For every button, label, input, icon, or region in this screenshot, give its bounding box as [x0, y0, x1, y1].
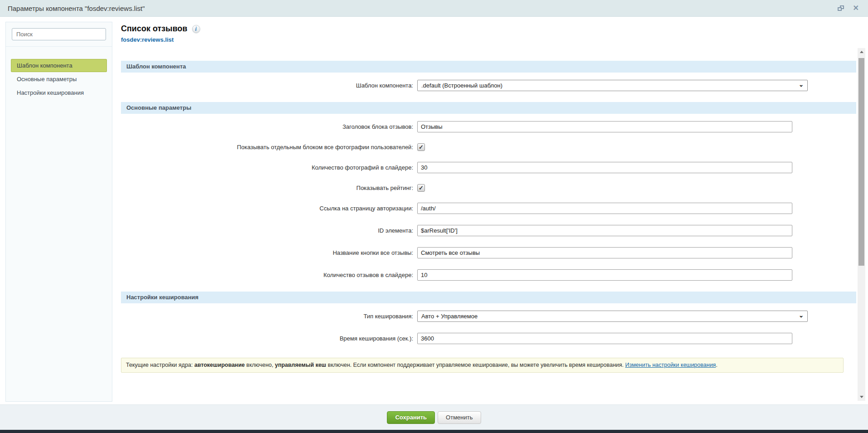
scroll-down-button[interactable]	[858, 393, 865, 401]
field-row-block-title: Заголовок блока отзывов:	[121, 121, 856, 132]
search-input[interactable]	[12, 28, 106, 40]
field-row-photos-count: Количество фотографий в слайдере:	[121, 162, 856, 173]
template-label: Шаблон компонента:	[121, 82, 413, 89]
close-icon[interactable]: ✕	[853, 5, 859, 12]
sidebar-menu: Шаблон компонента Основные параметры Нас…	[6, 59, 112, 99]
dialog-titlebar: Параметры компонента "fosdev:reviews.lis…	[0, 0, 868, 17]
field-row-reviews-count: Количество отзывов в слайдере:	[121, 269, 856, 281]
field-row-cache-time: Время кеширования (сек.):	[121, 333, 856, 344]
field-row-all-reviews-button: Название кнопки все отзывы:	[121, 247, 856, 258]
save-button[interactable]: Сохранить	[387, 411, 435, 424]
photos-count-label: Количество фотографий в слайдере:	[121, 164, 413, 171]
block-title-label: Заголовок блока отзывов:	[121, 123, 413, 130]
cache-notice: Текущие настройки ядра: автокеширование …	[121, 358, 844, 373]
triangle-down-icon	[860, 396, 863, 398]
section-template-header: Шаблон компонента	[121, 61, 856, 73]
sidebar-divider	[6, 46, 112, 47]
template-select[interactable]: .default (Встроенный шаблон) ⌄	[417, 80, 808, 91]
field-row-element-id: ID элемента:	[121, 225, 856, 236]
auth-link-input[interactable]	[417, 203, 792, 214]
cancel-button[interactable]: Отменить	[438, 411, 481, 424]
settings-sidebar: Шаблон компонента Основные параметры Нас…	[5, 22, 112, 402]
sidebar-item-template[interactable]: Шаблон компонента	[11, 59, 107, 72]
checkmark-icon: ✓	[419, 144, 424, 150]
field-row-auth-link: Ссылка на страницу авторизации:	[121, 203, 856, 214]
component-parameters-dialog: Параметры компонента "fosdev:reviews.lis…	[0, 0, 868, 433]
show-rating-label: Показывать рейтинг:	[121, 185, 413, 191]
section-main-params-header: Основные параметры	[121, 102, 856, 114]
cache-time-label: Время кеширования (сек.):	[121, 335, 413, 342]
auth-link-label: Ссылка на страницу авторизации:	[121, 205, 413, 212]
chevron-down-icon: ⌄	[799, 312, 804, 318]
cache-time-input[interactable]	[417, 333, 792, 344]
window-controls: ✕	[838, 5, 859, 12]
scrollbar-thumb[interactable]	[858, 58, 864, 266]
page-header: Список отзывов i fosdev:reviews.list	[121, 17, 856, 44]
photos-count-input[interactable]	[417, 162, 792, 173]
component-id-link[interactable]: fosdev:reviews.list	[121, 36, 174, 43]
checkmark-icon: ✓	[419, 185, 424, 191]
triangle-up-icon	[860, 51, 863, 53]
field-row-cache-type: Тип кеширования: Авто + Управляемое ⌄	[121, 311, 856, 322]
page-title: Список отзывов	[121, 24, 188, 34]
show-photos-checkbox[interactable]: ✓	[417, 143, 425, 151]
notice-text: включено,	[245, 362, 275, 368]
notice-bold-managed-cache: управляемый кеш	[275, 362, 326, 368]
section-cache-header: Настройки кеширования	[121, 292, 856, 303]
bottom-border	[0, 430, 868, 433]
notice-text: включен. Если компонент поддерживает упр…	[326, 362, 625, 368]
restore-window-icon[interactable]	[838, 5, 844, 11]
change-cache-settings-link[interactable]: Изменить настройки кеширования	[625, 362, 716, 368]
sidebar-item-main-params[interactable]: Основные параметры	[11, 73, 107, 86]
notice-bold-autocache: автокеширование	[194, 362, 245, 368]
scroll-up-button[interactable]	[858, 48, 865, 56]
search-wrap	[6, 22, 112, 40]
sidebar-item-cache-settings[interactable]: Настройки кеширования	[11, 86, 107, 99]
notice-text: .	[716, 362, 717, 368]
reviews-count-input[interactable]	[417, 269, 792, 281]
dialog-title: Параметры компонента "fosdev:reviews.lis…	[8, 5, 145, 12]
vertical-scrollbar[interactable]	[858, 48, 865, 401]
show-photos-label: Показывать отдельным блоком все фотограф…	[121, 144, 413, 151]
field-row-show-photos: Показывать отдельным блоком все фотограф…	[121, 143, 856, 151]
element-id-input[interactable]	[417, 225, 792, 236]
info-icon[interactable]: i	[192, 25, 200, 33]
cache-type-label: Тип кеширования:	[121, 313, 413, 320]
block-title-input[interactable]	[417, 121, 792, 132]
template-select-value: .default (Встроенный шаблон)	[421, 82, 502, 89]
parameters-content: Список отзывов i fosdev:reviews.list Шаб…	[121, 17, 856, 373]
field-row-show-rating: Показывать рейтинг: ✓	[121, 184, 856, 192]
cache-type-select[interactable]: Авто + Управляемое ⌄	[417, 311, 808, 322]
field-row-template: Шаблон компонента: .default (Встроенный …	[121, 80, 856, 91]
chevron-down-icon: ⌄	[799, 82, 804, 88]
element-id-label: ID элемента:	[121, 227, 413, 234]
dialog-footer: Сохранить Отменить	[0, 404, 868, 430]
reviews-count-label: Количество отзывов в слайдере:	[121, 272, 413, 278]
all-reviews-button-input[interactable]	[417, 247, 792, 258]
show-rating-checkbox[interactable]: ✓	[417, 184, 425, 192]
notice-text: Текущие настройки ядра:	[126, 362, 194, 368]
cache-type-select-value: Авто + Управляемое	[421, 313, 477, 320]
all-reviews-button-label: Название кнопки все отзывы:	[121, 249, 413, 256]
